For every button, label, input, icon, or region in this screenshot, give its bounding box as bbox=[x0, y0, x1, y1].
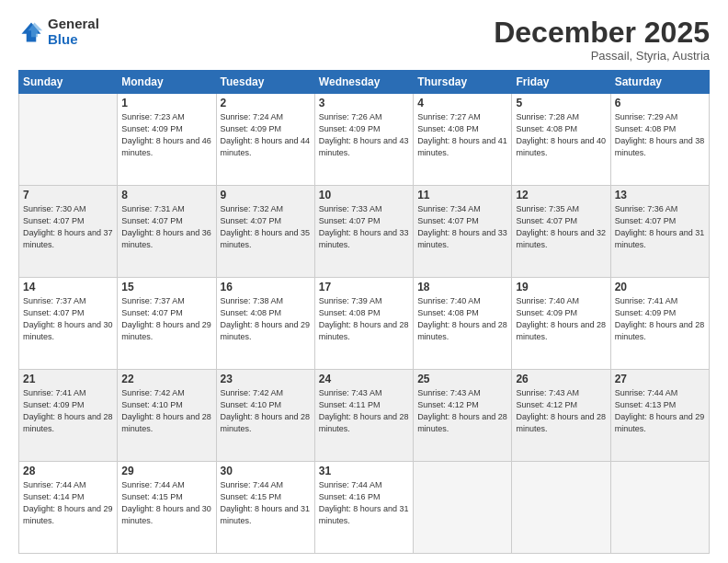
logo-blue-text: Blue bbox=[48, 32, 99, 48]
calendar-cell: 16Sunrise: 7:38 AMSunset: 4:08 PMDayligh… bbox=[216, 278, 314, 370]
week-row-5: 28Sunrise: 7:44 AMSunset: 4:14 PMDayligh… bbox=[19, 462, 710, 554]
week-row-4: 21Sunrise: 7:41 AMSunset: 4:09 PMDayligh… bbox=[19, 370, 710, 462]
day-number: 10 bbox=[319, 189, 409, 201]
day-info: Sunrise: 7:36 AMSunset: 4:07 PMDaylight:… bbox=[615, 203, 705, 251]
logo-icon bbox=[18, 19, 44, 45]
day-info: Sunrise: 7:28 AMSunset: 4:08 PMDaylight:… bbox=[516, 111, 606, 159]
day-info: Sunrise: 7:43 AMSunset: 4:12 PMDaylight:… bbox=[417, 387, 507, 435]
day-number: 17 bbox=[319, 281, 409, 293]
calendar-cell: 19Sunrise: 7:40 AMSunset: 4:09 PMDayligh… bbox=[512, 278, 610, 370]
day-info: Sunrise: 7:29 AMSunset: 4:08 PMDaylight:… bbox=[615, 111, 705, 159]
day-info: Sunrise: 7:37 AMSunset: 4:07 PMDaylight:… bbox=[121, 295, 211, 343]
calendar-cell: 1Sunrise: 7:23 AMSunset: 4:09 PMDaylight… bbox=[118, 94, 216, 186]
day-info: Sunrise: 7:40 AMSunset: 4:09 PMDaylight:… bbox=[516, 295, 606, 343]
day-info: Sunrise: 7:33 AMSunset: 4:07 PMDaylight:… bbox=[319, 203, 409, 251]
title-area: December 2025 Passail, Styria, Austria bbox=[494, 17, 710, 63]
calendar-cell: 31Sunrise: 7:44 AMSunset: 4:16 PMDayligh… bbox=[314, 462, 413, 554]
calendar-cell: 24Sunrise: 7:43 AMSunset: 4:11 PMDayligh… bbox=[314, 370, 413, 462]
calendar-cell: 22Sunrise: 7:42 AMSunset: 4:10 PMDayligh… bbox=[118, 370, 216, 462]
calendar-cell: 12Sunrise: 7:35 AMSunset: 4:07 PMDayligh… bbox=[512, 186, 610, 278]
col-sunday: Sunday bbox=[19, 71, 118, 94]
header: General Blue December 2025 Passail, Styr… bbox=[18, 17, 710, 63]
day-info: Sunrise: 7:44 AMSunset: 4:14 PMDaylight:… bbox=[23, 479, 113, 527]
day-number: 1 bbox=[121, 97, 211, 109]
calendar-cell: 20Sunrise: 7:41 AMSunset: 4:09 PMDayligh… bbox=[610, 278, 709, 370]
day-info: Sunrise: 7:27 AMSunset: 4:08 PMDaylight:… bbox=[417, 111, 507, 159]
calendar-cell: 10Sunrise: 7:33 AMSunset: 4:07 PMDayligh… bbox=[314, 186, 413, 278]
day-number: 7 bbox=[23, 189, 113, 201]
day-info: Sunrise: 7:40 AMSunset: 4:08 PMDaylight:… bbox=[417, 295, 507, 343]
day-number: 3 bbox=[319, 97, 409, 109]
day-number: 28 bbox=[23, 465, 113, 477]
calendar-cell: 17Sunrise: 7:39 AMSunset: 4:08 PMDayligh… bbox=[314, 278, 413, 370]
calendar-cell: 15Sunrise: 7:37 AMSunset: 4:07 PMDayligh… bbox=[118, 278, 216, 370]
day-number: 5 bbox=[516, 97, 606, 109]
day-number: 9 bbox=[221, 189, 311, 201]
day-info: Sunrise: 7:43 AMSunset: 4:12 PMDaylight:… bbox=[516, 387, 606, 435]
day-number: 2 bbox=[221, 97, 311, 109]
day-info: Sunrise: 7:44 AMSunset: 4:15 PMDaylight:… bbox=[121, 479, 211, 527]
col-wednesday: Wednesday bbox=[314, 71, 413, 94]
calendar-cell: 7Sunrise: 7:30 AMSunset: 4:07 PMDaylight… bbox=[19, 186, 118, 278]
day-number: 21 bbox=[23, 373, 113, 385]
col-tuesday: Tuesday bbox=[216, 71, 314, 94]
calendar-cell: 6Sunrise: 7:29 AMSunset: 4:08 PMDaylight… bbox=[610, 94, 709, 186]
day-number: 24 bbox=[319, 373, 409, 385]
day-number: 16 bbox=[221, 281, 311, 293]
day-number: 29 bbox=[121, 465, 211, 477]
calendar-cell: 21Sunrise: 7:41 AMSunset: 4:09 PMDayligh… bbox=[19, 370, 118, 462]
col-monday: Monday bbox=[118, 71, 216, 94]
page: General Blue December 2025 Passail, Styr… bbox=[0, 0, 728, 563]
day-number: 8 bbox=[121, 189, 211, 201]
day-number: 25 bbox=[417, 373, 507, 385]
calendar-cell: 27Sunrise: 7:44 AMSunset: 4:13 PMDayligh… bbox=[610, 370, 709, 462]
calendar-cell: 30Sunrise: 7:44 AMSunset: 4:15 PMDayligh… bbox=[216, 462, 314, 554]
calendar-cell: 8Sunrise: 7:31 AMSunset: 4:07 PMDaylight… bbox=[118, 186, 216, 278]
calendar-cell: 4Sunrise: 7:27 AMSunset: 4:08 PMDaylight… bbox=[414, 94, 512, 186]
day-info: Sunrise: 7:42 AMSunset: 4:10 PMDaylight:… bbox=[121, 387, 211, 435]
col-thursday: Thursday bbox=[414, 71, 512, 94]
day-info: Sunrise: 7:23 AMSunset: 4:09 PMDaylight:… bbox=[121, 111, 211, 159]
day-number: 13 bbox=[615, 189, 705, 201]
calendar-cell: 9Sunrise: 7:32 AMSunset: 4:07 PMDaylight… bbox=[216, 186, 314, 278]
month-title: December 2025 bbox=[494, 17, 710, 49]
day-number: 15 bbox=[121, 281, 211, 293]
day-number: 22 bbox=[121, 373, 211, 385]
day-info: Sunrise: 7:39 AMSunset: 4:08 PMDaylight:… bbox=[319, 295, 409, 343]
calendar-cell bbox=[19, 94, 118, 186]
calendar-cell: 25Sunrise: 7:43 AMSunset: 4:12 PMDayligh… bbox=[414, 370, 512, 462]
calendar-cell: 18Sunrise: 7:40 AMSunset: 4:08 PMDayligh… bbox=[414, 278, 512, 370]
day-info: Sunrise: 7:38 AMSunset: 4:08 PMDaylight:… bbox=[221, 295, 311, 343]
day-number: 4 bbox=[417, 97, 507, 109]
day-info: Sunrise: 7:42 AMSunset: 4:10 PMDaylight:… bbox=[221, 387, 311, 435]
calendar-cell bbox=[610, 462, 709, 554]
calendar-cell bbox=[414, 462, 512, 554]
day-number: 30 bbox=[221, 465, 311, 477]
logo-general-text: General bbox=[48, 17, 99, 32]
day-info: Sunrise: 7:37 AMSunset: 4:07 PMDaylight:… bbox=[23, 295, 113, 343]
calendar-cell: 13Sunrise: 7:36 AMSunset: 4:07 PMDayligh… bbox=[610, 186, 709, 278]
day-info: Sunrise: 7:44 AMSunset: 4:15 PMDaylight:… bbox=[221, 479, 311, 527]
calendar-cell: 23Sunrise: 7:42 AMSunset: 4:10 PMDayligh… bbox=[216, 370, 314, 462]
day-number: 31 bbox=[319, 465, 409, 477]
day-number: 26 bbox=[516, 373, 606, 385]
day-info: Sunrise: 7:31 AMSunset: 4:07 PMDaylight:… bbox=[121, 203, 211, 251]
col-friday: Friday bbox=[512, 71, 610, 94]
week-row-1: 1Sunrise: 7:23 AMSunset: 4:09 PMDaylight… bbox=[19, 94, 710, 186]
calendar-cell: 2Sunrise: 7:24 AMSunset: 4:09 PMDaylight… bbox=[216, 94, 314, 186]
day-info: Sunrise: 7:34 AMSunset: 4:07 PMDaylight:… bbox=[417, 203, 507, 251]
day-info: Sunrise: 7:43 AMSunset: 4:11 PMDaylight:… bbox=[319, 387, 409, 435]
day-info: Sunrise: 7:41 AMSunset: 4:09 PMDaylight:… bbox=[615, 295, 705, 343]
day-number: 19 bbox=[516, 281, 606, 293]
calendar-cell: 3Sunrise: 7:26 AMSunset: 4:09 PMDaylight… bbox=[314, 94, 413, 186]
calendar-cell: 14Sunrise: 7:37 AMSunset: 4:07 PMDayligh… bbox=[19, 278, 118, 370]
calendar-cell: 28Sunrise: 7:44 AMSunset: 4:14 PMDayligh… bbox=[19, 462, 118, 554]
calendar-header-row: Sunday Monday Tuesday Wednesday Thursday… bbox=[19, 71, 710, 94]
day-number: 14 bbox=[23, 281, 113, 293]
calendar-cell: 5Sunrise: 7:28 AMSunset: 4:08 PMDaylight… bbox=[512, 94, 610, 186]
calendar-cell: 29Sunrise: 7:44 AMSunset: 4:15 PMDayligh… bbox=[118, 462, 216, 554]
logo-text: General Blue bbox=[48, 17, 99, 47]
day-info: Sunrise: 7:32 AMSunset: 4:07 PMDaylight:… bbox=[221, 203, 311, 251]
day-info: Sunrise: 7:44 AMSunset: 4:13 PMDaylight:… bbox=[615, 387, 705, 435]
calendar-cell: 11Sunrise: 7:34 AMSunset: 4:07 PMDayligh… bbox=[414, 186, 512, 278]
